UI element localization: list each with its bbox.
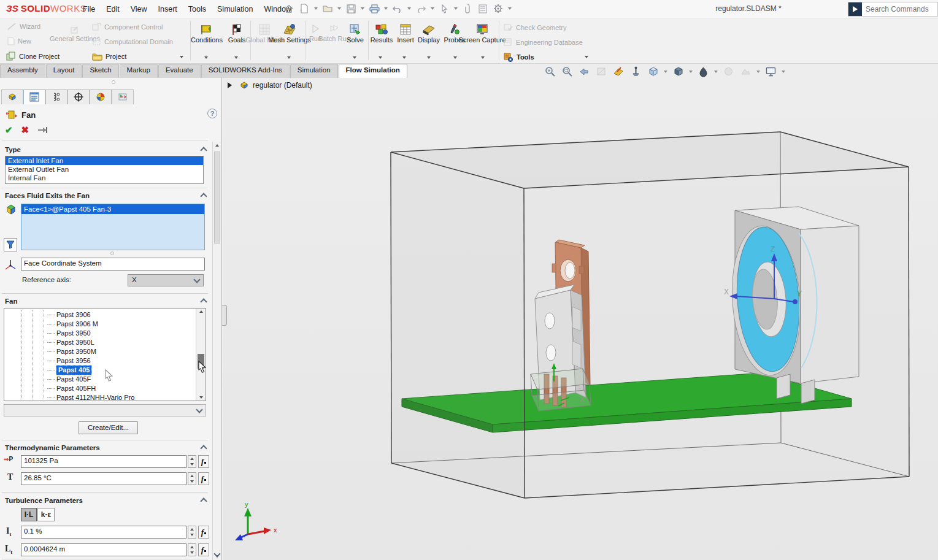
tab-evaluate[interactable]: Evaluate — [158, 64, 201, 78]
fan-item[interactable]: Papst 4112NHH-Vario Pro — [47, 393, 134, 401]
tab-dimxpert-manager[interactable] — [67, 89, 90, 104]
fan-item[interactable]: Papst 3950M — [47, 347, 96, 356]
wizard-button[interactable]: Wizard — [7, 23, 40, 30]
fan-collapse-icon[interactable] — [200, 298, 207, 305]
attach-icon[interactable] — [461, 2, 474, 15]
graphics-area[interactable] — [223, 78, 938, 560]
panel-scroll-up[interactable] — [215, 144, 219, 147]
fan-item[interactable]: Papst 3956 — [47, 356, 91, 366]
ok-button[interactable]: ✔ — [5, 125, 13, 136]
display-button[interactable]: Display — [417, 23, 441, 44]
menu-file[interactable]: File — [77, 0, 101, 18]
tab-solidworks-add-ins[interactable]: SOLIDWORKS Add-Ins — [201, 64, 290, 78]
new-dropdown-caret[interactable] — [314, 7, 318, 10]
create-edit-button[interactable]: Create/Edit... — [79, 421, 138, 434]
home-icon[interactable] — [282, 2, 296, 15]
turbulence-length-equation-button[interactable]: f — [198, 543, 209, 556]
general-settings-button[interactable]: General Settings — [60, 26, 90, 42]
pressure-spinner[interactable] — [188, 455, 196, 468]
redo-dropdown-caret[interactable] — [431, 7, 434, 10]
project-dropdown-caret[interactable] — [180, 56, 183, 58]
engineering-database-button[interactable]: Engineering Database — [503, 37, 583, 47]
menu-simulation[interactable]: Simulation — [212, 0, 258, 18]
computational-domain-button[interactable]: Computational Domain — [92, 37, 173, 45]
faces-selection-list[interactable]: Face<1>@Papst 405 Fan-3 — [21, 204, 205, 250]
menu-insert[interactable]: Insert — [153, 0, 183, 18]
turbulence-intensity-spinner[interactable] — [188, 526, 196, 539]
turbulence-il-toggle[interactable]: I·L — [21, 508, 37, 521]
open-document-icon[interactable] — [321, 2, 334, 15]
previous-view-icon[interactable] — [578, 65, 591, 78]
display-dropdown-caret[interactable] — [427, 56, 431, 59]
view-settings-icon[interactable] — [764, 65, 777, 78]
insert-button[interactable]: Insert — [395, 23, 416, 44]
tab-property-manager[interactable] — [23, 89, 45, 104]
fan-item[interactable]: Papst 3906 M — [47, 320, 98, 329]
turbulence-length-field[interactable]: 0.0004624 m — [21, 543, 186, 556]
cancel-button[interactable]: ✖ — [21, 125, 29, 136]
results-button[interactable]: Results — [369, 23, 394, 44]
temperature-field[interactable]: 26.85 °C — [21, 472, 186, 485]
reference-axis-select[interactable]: X — [128, 274, 204, 286]
turbulence-collapse-icon[interactable] — [200, 497, 207, 504]
tab-layout[interactable]: Layout — [46, 64, 82, 78]
view-display-icon[interactable] — [697, 65, 710, 78]
turbulence-intensity-equation-button[interactable]: f — [198, 526, 209, 539]
selected-face-item[interactable]: Face<1>@Papst 405 Fan-3 — [21, 204, 204, 214]
tab-flow-simulation[interactable]: Flow Simulation — [339, 64, 407, 78]
pressure-field[interactable]: 101325 Pa — [21, 455, 186, 468]
tab-assembly[interactable]: Assembly — [0, 64, 45, 78]
tab-configuration-manager[interactable] — [45, 89, 67, 104]
tab-feature-manager[interactable] — [1, 89, 23, 104]
faces-section-header[interactable]: Faces Fluid Exits the Fan — [5, 192, 90, 199]
redo-icon[interactable] — [414, 2, 428, 15]
results-dropdown-caret[interactable] — [379, 56, 382, 59]
solve-dropdown-caret[interactable] — [353, 56, 356, 59]
open-dropdown-caret[interactable] — [337, 7, 341, 10]
thermodynamic-section-header[interactable]: Thermodynamic Parameters — [5, 444, 100, 451]
apply-scene-icon[interactable] — [739, 65, 752, 78]
coordinate-system-field[interactable]: Face Coordinate System — [21, 258, 205, 270]
panel-splitter-handle[interactable] — [222, 305, 227, 326]
screen-capture-dropdown-caret[interactable] — [481, 56, 485, 59]
mesh-settings-button[interactable]: Mesh Settings — [276, 23, 303, 44]
temperature-equation-button[interactable]: f — [198, 472, 209, 485]
mesh-settings-dropdown-caret[interactable] — [287, 56, 291, 59]
probes-dropdown-caret[interactable] — [453, 56, 457, 59]
faces-collapse-icon[interactable] — [200, 193, 207, 199]
thermodynamic-collapse-icon[interactable] — [200, 445, 207, 451]
menu-view[interactable]: View — [125, 0, 153, 18]
task-list-icon[interactable] — [476, 2, 490, 15]
dynamic-annotation-icon[interactable] — [612, 65, 625, 78]
type-option-external-inlet[interactable]: External Inlet Fan — [6, 156, 203, 165]
panel-scroll-thumb[interactable] — [214, 152, 220, 244]
check-geometry-button[interactable]: Check Geometry — [503, 23, 567, 32]
display-style-caret[interactable] — [664, 71, 667, 73]
search-commands-input[interactable] — [866, 5, 933, 13]
select-dropdown-caret[interactable] — [454, 7, 458, 10]
conditions-dropdown-caret[interactable] — [204, 56, 208, 59]
fan-item[interactable]: Papst 3950L — [47, 338, 94, 347]
display-style-icon[interactable] — [647, 65, 659, 78]
fan-item[interactable]: Papst 3906 — [47, 310, 91, 320]
edit-appearance-icon[interactable] — [722, 65, 735, 78]
print-dropdown-caret[interactable] — [384, 7, 388, 10]
menu-tools[interactable]: Tools — [183, 0, 212, 18]
section-view-icon[interactable] — [595, 65, 608, 78]
fan-item[interactable]: Papst 3950 — [47, 329, 91, 338]
tools-dropdown-caret[interactable] — [585, 56, 588, 58]
view-settings-caret[interactable] — [782, 71, 785, 73]
fan-library-tree[interactable]: Papst 3906 Papst 3906 M Papst 3950 Papst… — [4, 308, 206, 401]
flyout-expand-icon[interactable] — [228, 82, 232, 88]
menu-edit[interactable]: Edit — [101, 0, 125, 18]
apply-scene-caret[interactable] — [756, 71, 760, 73]
options-dropdown-caret[interactable] — [508, 7, 512, 10]
type-section-header[interactable]: Type — [5, 146, 21, 153]
tab-simulation[interactable]: Simulation — [290, 64, 338, 78]
options-gear-icon[interactable] — [491, 2, 505, 15]
fan-preset-combo[interactable] — [4, 404, 206, 416]
goals-dropdown-caret[interactable] — [234, 56, 238, 59]
print-icon[interactable] — [367, 2, 381, 15]
undo-dropdown-caret[interactable] — [407, 7, 411, 10]
view-display-caret[interactable] — [714, 71, 718, 73]
